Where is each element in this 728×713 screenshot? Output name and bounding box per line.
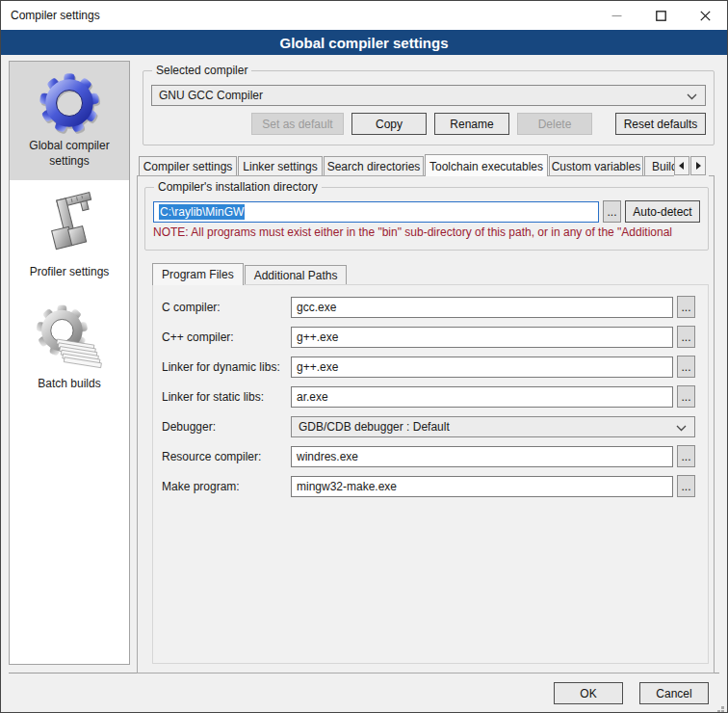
sidebar-item-batch-builds[interactable]: Batch builds bbox=[10, 292, 129, 404]
debugger-dropdown[interactable]: GDB/CDB debugger : Default bbox=[291, 416, 695, 437]
tab-toolchain-executables[interactable]: Toolchain executables bbox=[425, 154, 548, 176]
titlebar[interactable]: Compiler settings bbox=[1, 1, 727, 30]
sidebar-item-label: Global compiler settings bbox=[13, 139, 125, 169]
rename-button[interactable]: Rename bbox=[434, 113, 509, 135]
resize-grip[interactable] bbox=[721, 706, 724, 709]
maximize-button[interactable] bbox=[638, 1, 683, 30]
static-linker-browse-button[interactable]: ... bbox=[677, 385, 695, 408]
compiler-settings-dialog: Compiler settings Global compiler settin… bbox=[0, 0, 728, 713]
field-value: ar.exe bbox=[297, 390, 328, 404]
installation-directory-input[interactable]: C:\raylib\MinGW bbox=[153, 201, 599, 223]
field-label: Linker for static libs: bbox=[162, 390, 291, 404]
dynamic-linker-browse-button[interactable]: ... bbox=[677, 356, 695, 378]
gear-stack-icon bbox=[35, 302, 104, 373]
close-button[interactable] bbox=[683, 1, 727, 30]
field-row-dynamic-linker: Linker for dynamic libs: g++.exe ... bbox=[162, 356, 695, 378]
resource-compiler-input[interactable]: windres.exe bbox=[291, 446, 673, 467]
tab-scroll-arrows bbox=[674, 153, 709, 176]
resource-compiler-browse-button[interactable]: ... bbox=[677, 445, 695, 467]
auto-detect-button[interactable]: Auto-detect bbox=[625, 200, 700, 223]
field-value: mingw32-make.exe bbox=[297, 480, 397, 493]
make-program-input[interactable]: mingw32-make.exe bbox=[291, 476, 673, 497]
program-subtabs: Program Files Additional Paths bbox=[152, 262, 714, 284]
tab-compiler-settings[interactable]: Compiler settings bbox=[139, 156, 237, 176]
field-label: Resource compiler: bbox=[162, 450, 291, 463]
caliper-icon bbox=[36, 190, 103, 261]
field-label: C++ compiler: bbox=[162, 330, 291, 344]
selected-compiler-dropdown[interactable]: GNU GCC Compiler bbox=[151, 85, 706, 106]
field-row-c-compiler: C compiler: gcc.exe ... bbox=[162, 296, 695, 318]
minimize-button[interactable] bbox=[594, 1, 638, 30]
field-row-make-program: Make program: mingw32-make.exe ... bbox=[162, 475, 695, 497]
sidebar-item-profiler-settings[interactable]: Profiler settings bbox=[10, 180, 129, 292]
make-program-browse-button[interactable]: ... bbox=[677, 475, 695, 497]
field-row-resource-compiler: Resource compiler: windres.exe ... bbox=[162, 445, 695, 467]
field-value: g++.exe bbox=[297, 330, 338, 344]
installation-directory-group: Compiler's installation directory C:\ray… bbox=[144, 187, 709, 251]
dynamic-linker-input[interactable]: g++.exe bbox=[291, 356, 673, 378]
c-compiler-input[interactable]: gcc.exe bbox=[291, 297, 673, 318]
cpp-compiler-input[interactable]: g++.exe bbox=[291, 327, 673, 348]
settings-category-list: Global compiler settings Profiler settin… bbox=[9, 61, 130, 665]
arrow-left-icon bbox=[679, 162, 685, 170]
chevron-down-icon bbox=[687, 93, 697, 100]
set-as-default-button[interactable]: Set as default bbox=[251, 113, 344, 135]
reset-defaults-button[interactable]: Reset defaults bbox=[615, 113, 706, 135]
installation-note: NOTE: All programs must exist either in … bbox=[153, 225, 700, 239]
field-value: g++.exe bbox=[297, 360, 338, 374]
sidebar-item-label: Batch builds bbox=[13, 377, 125, 392]
main-panel: Selected compiler GNU GCC Compiler Set a… bbox=[137, 61, 715, 666]
field-value: windres.exe bbox=[297, 450, 358, 463]
maximize-icon bbox=[656, 11, 666, 21]
subtab-additional-paths[interactable]: Additional Paths bbox=[245, 265, 348, 284]
gear-blue-icon bbox=[38, 71, 101, 135]
tab-linker-settings[interactable]: Linker settings bbox=[238, 156, 323, 176]
selected-compiler-value: GNU GCC Compiler bbox=[159, 89, 263, 102]
installation-directory-legend: Compiler's installation directory bbox=[154, 180, 322, 194]
tab-scroll-right-button[interactable] bbox=[690, 156, 706, 175]
static-linker-input[interactable]: ar.exe bbox=[291, 386, 673, 408]
installation-directory-browse-button[interactable]: ... bbox=[603, 200, 621, 223]
field-row-debugger: Debugger: GDB/CDB debugger : Default bbox=[162, 415, 695, 437]
field-row-static-linker: Linker for static libs: ar.exe ... bbox=[162, 385, 695, 408]
minimize-icon bbox=[611, 11, 622, 21]
dialog-header: Global compiler settings bbox=[1, 30, 727, 55]
delete-button[interactable]: Delete bbox=[517, 113, 592, 135]
cpp-compiler-browse-button[interactable]: ... bbox=[677, 326, 695, 348]
toolchain-executables-panel: Compiler's installation directory C:\ray… bbox=[137, 175, 715, 673]
dialog-header-title: Global compiler settings bbox=[279, 35, 448, 51]
field-label: Debugger: bbox=[162, 420, 291, 434]
c-compiler-browse-button[interactable]: ... bbox=[677, 296, 695, 318]
sidebar-item-global-compiler-settings[interactable]: Global compiler settings bbox=[10, 62, 129, 180]
arrow-right-icon bbox=[695, 162, 701, 170]
copy-button[interactable]: Copy bbox=[351, 113, 427, 135]
field-value: gcc.exe bbox=[297, 301, 336, 314]
tab-scroll-left-button[interactable] bbox=[674, 156, 689, 175]
subtab-program-files[interactable]: Program Files bbox=[152, 263, 244, 285]
selected-compiler-group: Selected compiler GNU GCC Compiler Set a… bbox=[143, 70, 715, 145]
installation-directory-value: C:\raylib\MinGW bbox=[159, 204, 245, 220]
tab-custom-variables[interactable]: Custom variables bbox=[549, 156, 643, 176]
sidebar-item-label: Profiler settings bbox=[13, 265, 125, 280]
tab-search-directories[interactable]: Search directories bbox=[324, 156, 424, 176]
window-title: Compiler settings bbox=[1, 9, 594, 22]
field-row-cpp-compiler: C++ compiler: g++.exe ... bbox=[162, 326, 695, 348]
field-label: C compiler: bbox=[162, 301, 291, 314]
field-label: Make program: bbox=[162, 480, 291, 493]
cancel-button[interactable]: Cancel bbox=[639, 682, 709, 704]
field-label: Linker for dynamic libs: bbox=[162, 360, 291, 374]
ok-button[interactable]: OK bbox=[554, 682, 623, 704]
compiler-settings-tabs: Compiler settings Linker settings Search… bbox=[137, 153, 709, 176]
close-icon bbox=[700, 11, 711, 21]
selected-compiler-legend: Selected compiler bbox=[152, 64, 251, 77]
chevron-down-icon bbox=[676, 425, 687, 432]
program-files-panel: C compiler: gcc.exe ... C++ compiler: g+… bbox=[152, 284, 709, 664]
debugger-value: GDB/CDB debugger : Default bbox=[299, 420, 450, 434]
